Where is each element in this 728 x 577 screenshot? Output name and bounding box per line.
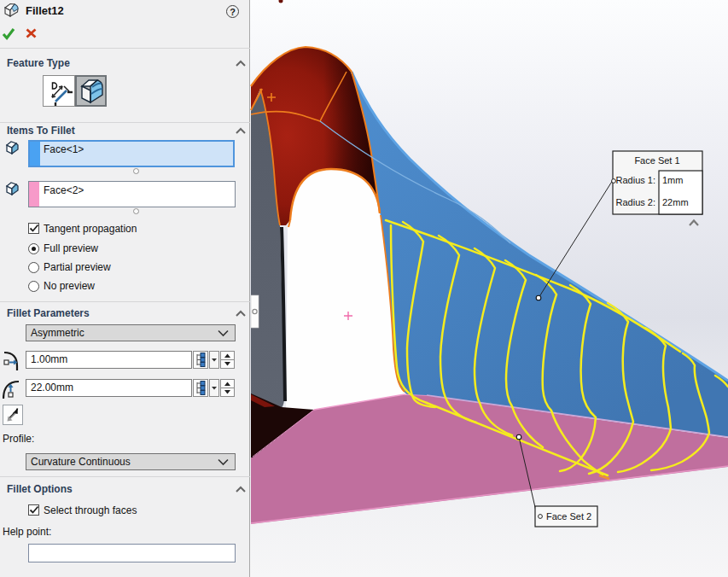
svg-text:Radius 2:: Radius 2: xyxy=(616,197,655,207)
svg-text:Face Set 2: Face Set 2 xyxy=(546,511,591,522)
svg-text:Radius 1:: Radius 1: xyxy=(616,175,655,185)
svg-text:22mm: 22mm xyxy=(662,197,689,207)
svg-text:1mm: 1mm xyxy=(662,175,683,185)
svg-text:Face Set 1: Face Set 1 xyxy=(634,155,679,166)
